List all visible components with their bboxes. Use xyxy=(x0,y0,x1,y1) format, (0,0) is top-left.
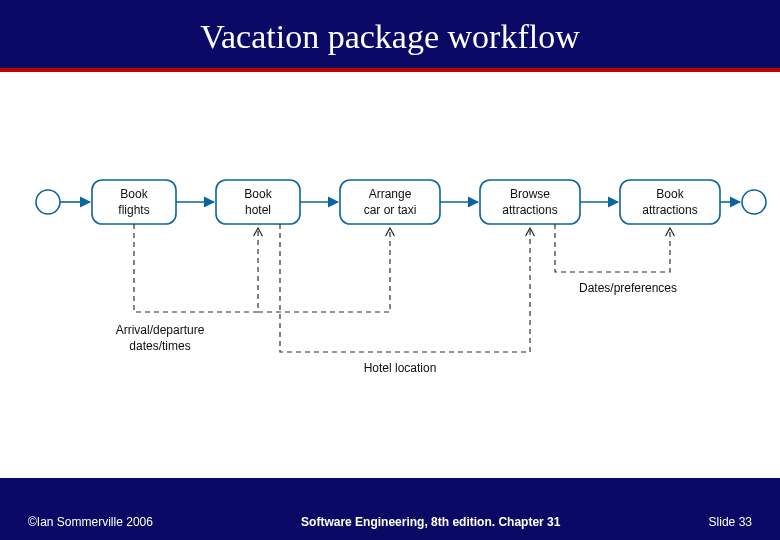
footer-copyright: ©Ian Sommerville 2006 xyxy=(0,515,153,529)
footer-slide-info: Slide 33 xyxy=(709,515,780,529)
data-flow-dashed xyxy=(258,228,390,312)
activity-label: Book xyxy=(120,187,148,201)
annotation-label: Hotel location xyxy=(364,361,437,375)
activity-label: Book xyxy=(656,187,684,201)
annotation-label: dates/times xyxy=(129,339,190,353)
start-node-icon xyxy=(36,190,60,214)
activity-label: attractions xyxy=(502,203,557,217)
activity-label: Book xyxy=(244,187,272,201)
activity-label: flights xyxy=(118,203,149,217)
annotation-label: Dates/preferences xyxy=(579,281,677,295)
workflow-diagram: Book flights Book hotel Arrange car or t… xyxy=(0,72,780,478)
footer-slide-label: Slide xyxy=(709,515,736,529)
diagram-canvas: Book flights Book hotel Arrange car or t… xyxy=(0,72,780,478)
data-flow-dashed xyxy=(555,224,670,272)
activity-label: car or taxi xyxy=(364,203,417,217)
annotation-label: Arrival/departure xyxy=(116,323,205,337)
data-flow-dashed xyxy=(134,224,258,312)
end-node-icon xyxy=(742,190,766,214)
footer-center: Software Engineering, 8th edition. Chapt… xyxy=(153,515,709,529)
activity-label: attractions xyxy=(642,203,697,217)
slide-footer: ©Ian Sommerville 2006 Software Engineeri… xyxy=(0,504,780,540)
activity-label: Browse xyxy=(510,187,550,201)
slide-title: Vacation package workflow xyxy=(0,0,780,68)
data-flow-dashed xyxy=(280,224,530,352)
activity-label: Arrange xyxy=(369,187,412,201)
activity-label: hotel xyxy=(245,203,271,217)
footer-slide-number: 33 xyxy=(739,515,752,529)
